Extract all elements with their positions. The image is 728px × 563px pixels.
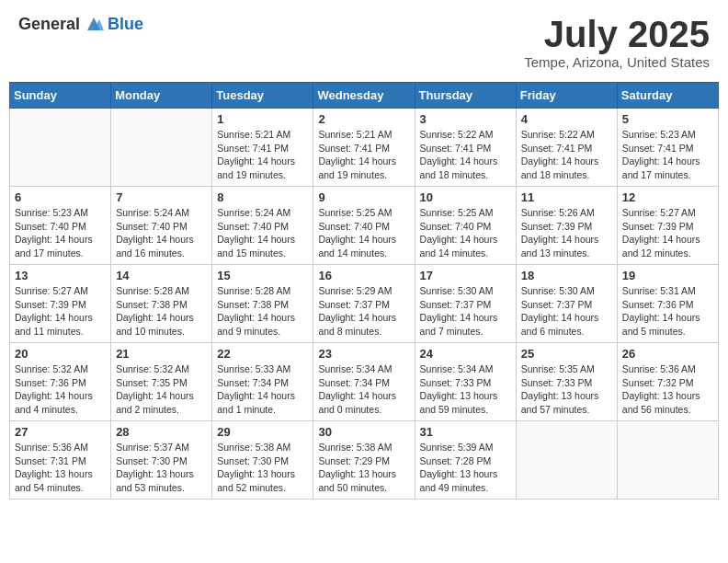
day-number: 9 xyxy=(318,190,409,204)
calendar-cell xyxy=(617,421,718,500)
column-header-sunday: Sunday xyxy=(10,83,111,109)
day-number: 8 xyxy=(217,190,308,204)
day-info: Sunrise: 5:29 AMSunset: 7:37 PMDaylight:… xyxy=(318,284,409,339)
calendar-cell: 13Sunrise: 5:27 AMSunset: 7:39 PMDayligh… xyxy=(10,265,111,343)
calendar-cell: 23Sunrise: 5:34 AMSunset: 7:34 PMDayligh… xyxy=(313,343,415,421)
day-number: 24 xyxy=(420,347,511,361)
day-number: 12 xyxy=(622,190,713,204)
day-info: Sunrise: 5:36 AMSunset: 7:31 PMDaylight:… xyxy=(15,441,106,495)
calendar-cell: 6Sunrise: 5:23 AMSunset: 7:40 PMDaylight… xyxy=(10,187,111,265)
day-info: Sunrise: 5:32 AMSunset: 7:35 PMDaylight:… xyxy=(116,362,207,417)
calendar-table: SundayMondayTuesdayWednesdayThursdayFrid… xyxy=(9,82,719,500)
day-info: Sunrise: 5:30 AMSunset: 7:37 PMDaylight:… xyxy=(420,284,511,339)
day-info: Sunrise: 5:21 AMSunset: 7:41 PMDaylight:… xyxy=(318,128,409,182)
day-number: 4 xyxy=(521,112,612,126)
calendar-cell: 19Sunrise: 5:31 AMSunset: 7:36 PMDayligh… xyxy=(617,265,718,343)
day-number: 20 xyxy=(15,347,106,361)
day-info: Sunrise: 5:33 AMSunset: 7:34 PMDaylight:… xyxy=(217,362,308,417)
day-info: Sunrise: 5:34 AMSunset: 7:33 PMDaylight:… xyxy=(420,362,511,417)
calendar-cell: 15Sunrise: 5:28 AMSunset: 7:38 PMDayligh… xyxy=(212,265,313,343)
column-header-tuesday: Tuesday xyxy=(212,83,313,109)
day-number: 11 xyxy=(521,190,612,204)
day-number: 1 xyxy=(217,112,308,126)
day-info: Sunrise: 5:38 AMSunset: 7:30 PMDaylight:… xyxy=(217,441,308,495)
calendar-week-2: 6Sunrise: 5:23 AMSunset: 7:40 PMDaylight… xyxy=(10,187,719,265)
calendar-week-4: 20Sunrise: 5:32 AMSunset: 7:36 PMDayligh… xyxy=(10,343,719,421)
day-info: Sunrise: 5:23 AMSunset: 7:40 PMDaylight:… xyxy=(15,206,106,260)
calendar-cell: 21Sunrise: 5:32 AMSunset: 7:35 PMDayligh… xyxy=(111,343,212,421)
page-header: General Blue July 2025 Tempe, Arizona, U… xyxy=(9,9,719,75)
calendar-week-3: 13Sunrise: 5:27 AMSunset: 7:39 PMDayligh… xyxy=(10,265,719,343)
month-title: July 2025 xyxy=(524,14,710,54)
calendar-header-row: SundayMondayTuesdayWednesdayThursdayFrid… xyxy=(10,83,719,109)
calendar-cell: 31Sunrise: 5:39 AMSunset: 7:28 PMDayligh… xyxy=(415,421,516,500)
calendar-cell: 26Sunrise: 5:36 AMSunset: 7:32 PMDayligh… xyxy=(617,343,718,421)
day-number: 6 xyxy=(15,190,106,204)
day-number: 19 xyxy=(622,269,713,282)
calendar-week-1: 1Sunrise: 5:21 AMSunset: 7:41 PMDaylight… xyxy=(10,109,719,187)
day-info: Sunrise: 5:36 AMSunset: 7:32 PMDaylight:… xyxy=(622,362,713,417)
calendar-cell: 20Sunrise: 5:32 AMSunset: 7:36 PMDayligh… xyxy=(10,343,111,421)
day-number: 28 xyxy=(116,425,207,439)
day-info: Sunrise: 5:25 AMSunset: 7:40 PMDaylight:… xyxy=(318,206,409,260)
day-info: Sunrise: 5:24 AMSunset: 7:40 PMDaylight:… xyxy=(116,206,207,260)
day-info: Sunrise: 5:30 AMSunset: 7:37 PMDaylight:… xyxy=(521,284,612,339)
day-info: Sunrise: 5:28 AMSunset: 7:38 PMDaylight:… xyxy=(217,284,308,339)
calendar-cell: 2Sunrise: 5:21 AMSunset: 7:41 PMDaylight… xyxy=(313,109,415,187)
calendar-cell: 28Sunrise: 5:37 AMSunset: 7:30 PMDayligh… xyxy=(111,421,212,500)
day-info: Sunrise: 5:24 AMSunset: 7:40 PMDaylight:… xyxy=(217,206,308,260)
day-info: Sunrise: 5:22 AMSunset: 7:41 PMDaylight:… xyxy=(521,128,612,182)
column-header-wednesday: Wednesday xyxy=(313,83,415,109)
calendar-cell: 27Sunrise: 5:36 AMSunset: 7:31 PMDayligh… xyxy=(10,421,111,500)
day-number: 17 xyxy=(420,269,511,282)
day-info: Sunrise: 5:35 AMSunset: 7:33 PMDaylight:… xyxy=(521,362,612,417)
day-number: 30 xyxy=(318,425,409,439)
calendar-week-5: 27Sunrise: 5:36 AMSunset: 7:31 PMDayligh… xyxy=(10,421,719,500)
day-number: 25 xyxy=(521,347,612,361)
location: Tempe, Arizona, United States xyxy=(524,54,710,70)
day-info: Sunrise: 5:27 AMSunset: 7:39 PMDaylight:… xyxy=(15,284,106,339)
day-info: Sunrise: 5:28 AMSunset: 7:38 PMDaylight:… xyxy=(116,284,207,339)
calendar-cell xyxy=(111,109,212,187)
day-info: Sunrise: 5:37 AMSunset: 7:30 PMDaylight:… xyxy=(116,441,207,495)
calendar-cell: 29Sunrise: 5:38 AMSunset: 7:30 PMDayligh… xyxy=(212,421,313,500)
column-header-saturday: Saturday xyxy=(617,83,718,109)
calendar-cell: 7Sunrise: 5:24 AMSunset: 7:40 PMDaylight… xyxy=(111,187,212,265)
calendar-cell: 30Sunrise: 5:38 AMSunset: 7:29 PMDayligh… xyxy=(313,421,415,500)
day-info: Sunrise: 5:39 AMSunset: 7:28 PMDaylight:… xyxy=(420,441,511,495)
day-info: Sunrise: 5:23 AMSunset: 7:41 PMDaylight:… xyxy=(622,128,713,182)
calendar-cell: 3Sunrise: 5:22 AMSunset: 7:41 PMDaylight… xyxy=(415,109,516,187)
day-number: 13 xyxy=(15,269,106,282)
calendar-cell: 10Sunrise: 5:25 AMSunset: 7:40 PMDayligh… xyxy=(415,187,516,265)
calendar-cell xyxy=(10,109,111,187)
day-number: 15 xyxy=(217,269,308,282)
calendar-cell: 18Sunrise: 5:30 AMSunset: 7:37 PMDayligh… xyxy=(516,265,617,343)
day-info: Sunrise: 5:26 AMSunset: 7:39 PMDaylight:… xyxy=(521,206,612,260)
calendar-cell: 16Sunrise: 5:29 AMSunset: 7:37 PMDayligh… xyxy=(313,265,415,343)
day-info: Sunrise: 5:34 AMSunset: 7:34 PMDaylight:… xyxy=(318,362,409,417)
calendar-cell: 1Sunrise: 5:21 AMSunset: 7:41 PMDaylight… xyxy=(212,109,313,187)
calendar-cell: 22Sunrise: 5:33 AMSunset: 7:34 PMDayligh… xyxy=(212,343,313,421)
calendar-cell: 4Sunrise: 5:22 AMSunset: 7:41 PMDaylight… xyxy=(516,109,617,187)
day-number: 7 xyxy=(116,190,207,204)
day-info: Sunrise: 5:32 AMSunset: 7:36 PMDaylight:… xyxy=(15,362,106,417)
day-info: Sunrise: 5:38 AMSunset: 7:29 PMDaylight:… xyxy=(318,441,409,495)
calendar-cell: 5Sunrise: 5:23 AMSunset: 7:41 PMDaylight… xyxy=(617,109,718,187)
calendar-cell: 24Sunrise: 5:34 AMSunset: 7:33 PMDayligh… xyxy=(415,343,516,421)
title-block: July 2025 Tempe, Arizona, United States xyxy=(524,14,710,70)
logo-icon xyxy=(84,14,104,34)
day-info: Sunrise: 5:25 AMSunset: 7:40 PMDaylight:… xyxy=(420,206,511,260)
column-header-thursday: Thursday xyxy=(415,83,516,109)
calendar-cell: 25Sunrise: 5:35 AMSunset: 7:33 PMDayligh… xyxy=(516,343,617,421)
day-number: 10 xyxy=(420,190,511,204)
logo: General Blue xyxy=(18,14,143,34)
calendar-cell: 8Sunrise: 5:24 AMSunset: 7:40 PMDaylight… xyxy=(212,187,313,265)
day-number: 21 xyxy=(116,347,207,361)
day-number: 31 xyxy=(420,425,511,439)
calendar-cell: 12Sunrise: 5:27 AMSunset: 7:39 PMDayligh… xyxy=(617,187,718,265)
day-number: 5 xyxy=(622,112,713,126)
logo-text-general: General xyxy=(18,15,80,34)
day-number: 27 xyxy=(15,425,106,439)
day-number: 23 xyxy=(318,347,409,361)
day-number: 26 xyxy=(622,347,713,361)
